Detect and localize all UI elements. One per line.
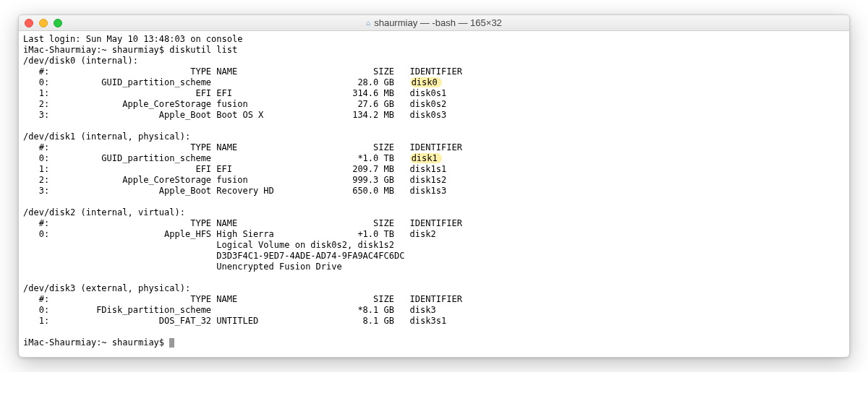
- home-icon: ⌂: [366, 19, 370, 27]
- window-title-text: shaurmiay — -bash — 165×32: [374, 17, 502, 28]
- cursor: [169, 338, 174, 348]
- terminal-body[interactable]: Last login: Sun May 10 13:48:03 on conso…: [19, 31, 849, 357]
- highlighted-identifier: disk1: [410, 153, 442, 163]
- title-bar: ⌂ shaurmiay — -bash — 165×32: [19, 15, 849, 31]
- highlighted-identifier: disk0: [410, 77, 442, 87]
- terminal-window: ⌂ shaurmiay — -bash — 165×32 Last login:…: [18, 14, 850, 358]
- window-title: ⌂ shaurmiay — -bash — 165×32: [19, 17, 849, 28]
